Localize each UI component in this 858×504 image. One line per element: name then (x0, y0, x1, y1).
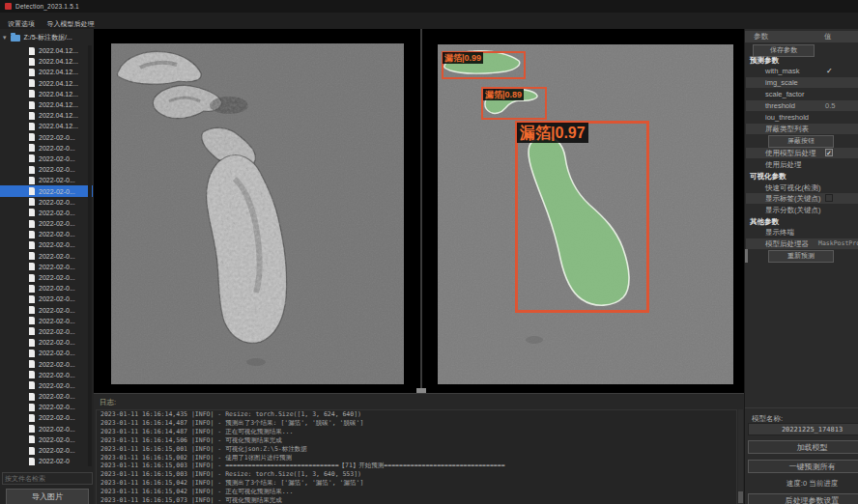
file-icon (29, 198, 35, 206)
file-item[interactable]: 2022-02-0... (0, 305, 93, 316)
log-view[interactable]: 2023-01-11 16:16:14,435 |INFO| - Resize:… (96, 409, 737, 504)
file-item[interactable]: 2022-02-0... (0, 251, 93, 262)
log-scrollbar-thumb[interactable] (738, 491, 743, 503)
file-label: 2022.04.12... (39, 69, 78, 75)
import-image-button[interactable]: 导入图片 (6, 489, 89, 504)
param-row-fast-visualize[interactable]: 快速可视化(检测) (746, 182, 858, 193)
param-row-with-mask[interactable]: with_mask ✓ (746, 66, 858, 76)
param-row-use-model-postprocess[interactable]: 使用模型后处理 ✓ (746, 148, 858, 158)
tree-scrollbar[interactable] (88, 45, 92, 466)
file-icon (29, 241, 35, 249)
file-label: 2022.04.12... (39, 58, 78, 65)
menu-item-import-postprocess[interactable]: 导入模型后处理 (46, 19, 94, 29)
file-item[interactable]: 2022-02-0... (0, 272, 93, 283)
file-item[interactable]: 2022-02-0 (0, 456, 93, 466)
param-row-threshold[interactable]: threshold 0.5 (746, 100, 858, 111)
file-label: 2022-02-0... (39, 295, 75, 302)
param-row-iou-threshold[interactable]: iou_threshold (746, 112, 858, 123)
param-row-model-postprocessor[interactable]: 模型后处理器 MaskPostPro (746, 238, 858, 249)
file-label: 2022-02-0 (39, 458, 70, 464)
log-line: 2023-01-11 16:16:15,001 |INFO| - 可视化json… (97, 445, 736, 454)
param-row-show-labels[interactable]: 显示标签(关键点) (746, 193, 858, 204)
file-item[interactable]: 2022-02-0... (0, 239, 93, 250)
file-icon (29, 458, 35, 465)
param-row-use-postprocess[interactable]: 使用后处理 (746, 159, 858, 170)
file-item[interactable]: 2022.04.12... (0, 110, 93, 121)
log-scrollbar[interactable] (738, 409, 743, 504)
param-row-show-scores[interactable]: 显示分数(关键点) (746, 205, 858, 215)
param-column-header: 参数 (754, 32, 768, 42)
folder-icon (11, 35, 20, 42)
file-item[interactable]: 2022-02-0... (0, 132, 93, 143)
model-name-value[interactable]: 20221225_174813 (748, 423, 858, 435)
param-row-show-terminal[interactable]: 显示终端 (746, 227, 858, 238)
mask-button[interactable]: 屏蔽按钮 (768, 135, 834, 148)
file-item[interactable]: 2022-02-0... (0, 197, 93, 208)
predict-all-button[interactable]: 一键预测所有 (748, 460, 858, 473)
file-item[interactable]: 2022-02-0... (0, 348, 93, 358)
file-item[interactable]: 2022.04.12... (0, 56, 93, 67)
param-value: 0.5 (825, 100, 835, 111)
param-label: 模型后处理器 (765, 239, 809, 248)
menu-item-settings[interactable]: 设置选项 (8, 19, 35, 29)
chevron-down-icon[interactable]: ▾ (3, 34, 7, 42)
param-row-scale-factor[interactable]: scale_factor (746, 89, 858, 99)
checkbox-empty-icon[interactable] (825, 194, 833, 202)
file-item[interactable]: 2022-02-0... (0, 218, 93, 229)
file-item[interactable]: 2022-02-0... (0, 326, 93, 337)
file-icon (29, 101, 35, 109)
file-icon (29, 339, 35, 347)
file-item[interactable]: 2022.04.12... (0, 78, 93, 89)
original-image-panel[interactable] (111, 43, 404, 384)
file-item[interactable]: 2022-02-0... (0, 445, 93, 456)
viewer-divider[interactable] (420, 29, 422, 393)
tree-root-folder[interactable]: ▾ Z:/5-标注数据/... (0, 32, 93, 43)
file-item[interactable]: 2022.04.12... (0, 121, 93, 131)
file-item[interactable]: 2022-02-0... (0, 185, 93, 196)
search-input[interactable] (2, 472, 93, 485)
load-model-button[interactable]: 加载模型 (748, 440, 858, 454)
param-label: scale_factor (765, 90, 804, 98)
param-row-img-scale[interactable]: img_scale (746, 77, 858, 88)
file-label: 2022-02-0... (39, 307, 75, 314)
file-item[interactable]: 2022-02-0... (0, 229, 93, 239)
re-predict-button[interactable]: 重新预测 (768, 250, 834, 263)
file-item[interactable]: 2022-02-0... (0, 434, 93, 445)
file-item[interactable]: 2022-02-0... (0, 262, 93, 272)
prediction-image-panel[interactable]: 漏箔|0.99 漏箔|0.89 漏箔|0.97 (438, 44, 733, 384)
checkbox-checked-icon[interactable]: ✓ (825, 149, 833, 156)
section-other-params: 其他参数 (750, 216, 779, 227)
file-label: 2022-02-0... (39, 426, 75, 433)
file-item[interactable]: 2022-02-0... (0, 175, 93, 185)
file-item[interactable]: 2022-02-0... (0, 294, 93, 304)
file-label: 2022-02-0... (39, 404, 75, 410)
file-item[interactable]: 2022.04.12... (0, 45, 93, 56)
log-line: 2023-01-11 16:16:15,042 |INFO| - 正在可视化预测… (97, 488, 736, 496)
file-item[interactable]: 2022-02-0... (0, 380, 93, 391)
file-item[interactable]: 2022-02-0... (0, 316, 93, 326)
param-scrollbar-thumb[interactable] (745, 249, 748, 263)
file-item[interactable]: 2022-02-0... (0, 391, 93, 402)
file-item[interactable]: 2022-02-0... (0, 412, 93, 423)
file-icon (29, 58, 35, 66)
file-item[interactable]: 2022-02-0... (0, 143, 93, 154)
file-icon (29, 317, 35, 324)
file-item[interactable]: 2022.04.12... (0, 89, 93, 99)
file-item[interactable]: 2022-02-0... (0, 154, 93, 164)
file-item[interactable]: 2022-02-0... (0, 424, 93, 434)
file-label: 2022-02-0... (39, 285, 75, 292)
file-item[interactable]: 2022-02-0... (0, 208, 93, 218)
file-label: 2022-02-0... (39, 339, 75, 346)
postprocess-settings-button[interactable]: 后处理参数设置 (748, 493, 858, 504)
file-item[interactable]: 2022-02-0... (0, 358, 93, 369)
file-item[interactable]: 2022-02-0... (0, 283, 93, 294)
param-row-mask-type-list[interactable]: 屏蔽类型列表 (746, 124, 858, 134)
file-item[interactable]: 2022.04.12... (0, 99, 93, 110)
file-item[interactable]: 2022-02-0... (0, 337, 93, 348)
file-icon (29, 177, 35, 184)
file-item[interactable]: 2022-02-0... (0, 402, 93, 412)
file-item[interactable]: 2022-02-0... (0, 164, 93, 175)
file-tree-sidebar: ▾ Z:/5-标注数据/... 2022.04.12... 2022.04.12… (0, 29, 93, 504)
file-item[interactable]: 2022.04.12... (0, 67, 93, 77)
file-item[interactable]: 2022-02-0... (0, 370, 93, 380)
